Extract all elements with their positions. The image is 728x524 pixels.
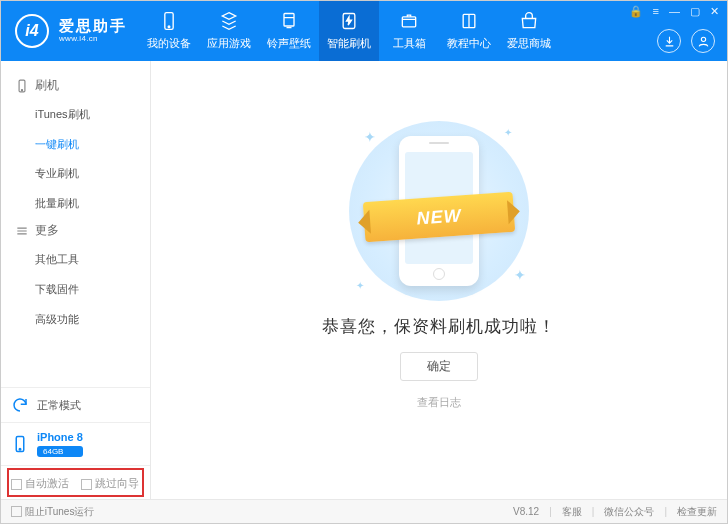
sidebar-group-1: 更多 (1, 218, 150, 245)
nav-label: 教程中心 (447, 36, 491, 51)
nav-label: 铃声壁纸 (267, 36, 311, 51)
refresh-icon (11, 396, 29, 414)
nav-shop[interactable]: 爱思商城 (499, 1, 559, 61)
minimize-icon[interactable]: — (669, 5, 680, 18)
mode-panel[interactable]: 正常模式 (1, 387, 150, 422)
device-storage-badge: 64GB (37, 446, 83, 457)
version-label: V8.12 (513, 506, 539, 517)
phone-icon (159, 11, 179, 31)
close-icon[interactable]: ✕ (710, 5, 719, 18)
download-button[interactable] (657, 29, 681, 53)
window-controls: 🔒 ≡ — ▢ ✕ (629, 5, 719, 18)
ring-icon (279, 11, 299, 31)
view-log-link[interactable]: 查看日志 (417, 395, 461, 410)
tools-icon (399, 11, 419, 31)
status-bar: 阻止iTunes运行 V8.12 | 客服 | 微信公众号 | 检查更新 (1, 499, 727, 523)
check-update-link[interactable]: 检查更新 (677, 505, 717, 519)
nav-tools[interactable]: 工具箱 (379, 1, 439, 61)
phone-icon (15, 79, 29, 93)
sidebar-item-1-1[interactable]: 下载固件 (1, 275, 150, 305)
device-name: iPhone 8 (37, 431, 83, 443)
svg-rect-4 (402, 17, 415, 27)
svg-point-8 (21, 89, 22, 90)
nav-flash[interactable]: 智能刷机 (319, 1, 379, 61)
nav-label: 工具箱 (393, 36, 426, 51)
nav-label: 爱思商城 (507, 36, 551, 51)
nav-ring[interactable]: 铃声壁纸 (259, 1, 319, 61)
mode-label: 正常模式 (37, 398, 81, 413)
menu-icon[interactable]: ≡ (653, 5, 659, 18)
success-illustration: ✦ ✦ ✦ ✦ NEW (334, 121, 544, 301)
svg-rect-2 (284, 14, 294, 27)
lock-icon[interactable]: 🔒 (629, 5, 643, 18)
nav-label: 智能刷机 (327, 36, 371, 51)
logo-icon: i4 (15, 14, 49, 48)
logo: i4 爱思助手 www.i4.cn (1, 14, 139, 48)
svg-point-10 (19, 449, 21, 451)
support-link[interactable]: 客服 (562, 505, 582, 519)
block-itunes-checkbox[interactable]: 阻止iTunes运行 (11, 505, 94, 519)
sidebar-group-0: 刷机 (1, 73, 150, 100)
wechat-link[interactable]: 微信公众号 (604, 505, 654, 519)
main-content: ✦ ✦ ✦ ✦ NEW 恭喜您，保资料刷机成功啦！ 确定 查看日志 (151, 61, 727, 499)
more-icon (15, 224, 29, 238)
sidebar-item-1-0[interactable]: 其他工具 (1, 245, 150, 275)
flash-icon (339, 11, 359, 31)
skip-wizard-checkbox[interactable]: 跳过向导 (81, 476, 139, 491)
sidebar-item-0-3[interactable]: 批量刷机 (1, 189, 150, 219)
shop-icon (519, 11, 539, 31)
app-name-en: www.i4.cn (59, 35, 127, 44)
device-panel[interactable]: iPhone 8 64GB (1, 422, 150, 465)
ok-button[interactable]: 确定 (400, 352, 478, 381)
success-title: 恭喜您，保资料刷机成功啦！ (322, 315, 556, 338)
auto-activate-checkbox[interactable]: 自动激活 (11, 476, 69, 491)
nav-label: 我的设备 (147, 36, 191, 51)
top-nav: 我的设备应用游戏铃声壁纸智能刷机工具箱教程中心爱思商城 (139, 1, 559, 61)
phone-icon (11, 435, 29, 453)
svg-point-6 (701, 37, 705, 41)
flash-options-row: 自动激活 跳过向导 (1, 465, 150, 499)
nav-book[interactable]: 教程中心 (439, 1, 499, 61)
nav-phone[interactable]: 我的设备 (139, 1, 199, 61)
app-header: i4 爱思助手 www.i4.cn 我的设备应用游戏铃声壁纸智能刷机工具箱教程中… (1, 1, 727, 61)
book-icon (459, 11, 479, 31)
maximize-icon[interactable]: ▢ (690, 5, 700, 18)
apps-icon (219, 11, 239, 31)
nav-label: 应用游戏 (207, 36, 251, 51)
svg-point-1 (168, 26, 170, 28)
sidebar-item-0-2[interactable]: 专业刷机 (1, 159, 150, 189)
nav-apps[interactable]: 应用游戏 (199, 1, 259, 61)
sidebar-item-0-1[interactable]: 一键刷机 (1, 130, 150, 160)
app-name-cn: 爱思助手 (59, 18, 127, 35)
sidebar-item-0-0[interactable]: iTunes刷机 (1, 100, 150, 130)
user-button[interactable] (691, 29, 715, 53)
sidebar: 刷机iTunes刷机一键刷机专业刷机批量刷机更多其他工具下载固件高级功能 正常模… (1, 61, 151, 499)
sidebar-item-1-2[interactable]: 高级功能 (1, 305, 150, 335)
